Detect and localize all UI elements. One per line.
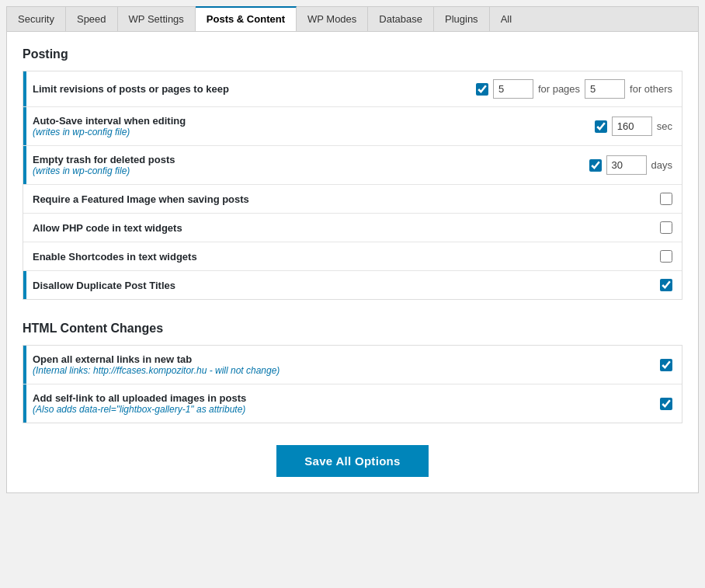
html-content-section-body: Open all external links in new tab(Inter… (23, 345, 682, 423)
setting-row-require-featured-image: Require a Featured Image when saving pos… (23, 185, 682, 214)
setting-label-limit-revisions: Limit revisions of posts or pages to kee… (33, 83, 476, 95)
checkbox-autosave-interval[interactable] (595, 120, 607, 133)
sub-label-open-external-links: (Internal links: http://ffcases.kompozit… (33, 365, 651, 376)
controls-open-external-links (660, 359, 672, 371)
html-content-section: HTML Content Changes Open all external l… (23, 322, 682, 423)
setting-row-add-self-link: Add self-link to all uploaded images in … (23, 384, 682, 423)
checkbox-add-self-link[interactable] (660, 398, 672, 410)
checkbox-limit-revisions[interactable] (476, 83, 488, 96)
setting-label-add-self-link: Add self-link to all uploaded images in … (33, 392, 660, 415)
label-text-enable-shortcodes: Enable Shortcodes in text widgets (33, 251, 197, 263)
setting-row-enable-shortcodes: Enable Shortcodes in text widgets (23, 242, 682, 271)
setting-label-allow-php-code: Allow PHP code in text widgets (33, 222, 660, 234)
label-text-limit-revisions: Limit revisions of posts or pages to kee… (33, 83, 229, 95)
setting-row-empty-trash: Empty trash for deleted posts(writes in … (23, 146, 682, 185)
label-text-require-featured-image: Require a Featured Image when saving pos… (33, 193, 249, 205)
checkbox-allow-php-code[interactable] (660, 221, 672, 234)
tab-security[interactable]: Security (7, 7, 66, 31)
input1-empty-trash[interactable] (606, 155, 647, 175)
posting-section: Posting Limit revisions of posts or page… (23, 47, 682, 300)
label-text-allow-php-code: Allow PHP code in text widgets (33, 222, 182, 234)
setting-row-limit-revisions: Limit revisions of posts or pages to kee… (23, 71, 682, 107)
setting-label-require-featured-image: Require a Featured Image when saving pos… (33, 193, 660, 205)
label-text-open-external-links: Open all external links in new tab (33, 353, 192, 365)
tab-posts---content[interactable]: Posts & Content (196, 6, 297, 31)
setting-row-autosave-interval: Auto-Save interval when editing(writes i… (23, 107, 682, 146)
tab-all[interactable]: All (490, 7, 523, 31)
setting-label-disallow-duplicate-titles: Disallow Duplicate Post Titles (33, 280, 660, 291)
setting-label-autosave-interval: Auto-Save interval when editing(writes i… (33, 115, 595, 137)
content-area: Posting Limit revisions of posts or page… (6, 31, 699, 493)
controls-autosave-interval: sec (595, 117, 672, 136)
posting-section-title: Posting (23, 47, 682, 61)
setting-label-enable-shortcodes: Enable Shortcodes in text widgets (33, 251, 660, 263)
controls-enable-shortcodes (660, 250, 672, 263)
checkbox-open-external-links[interactable] (660, 359, 672, 371)
tab-database[interactable]: Database (368, 7, 434, 31)
checkbox-enable-shortcodes[interactable] (660, 250, 672, 263)
label-text-add-self-link: Add self-link to all uploaded images in … (33, 392, 246, 404)
controls-require-featured-image (660, 193, 672, 205)
suffix1-empty-trash: days (651, 159, 672, 171)
controls-allow-php-code (660, 221, 672, 234)
controls-limit-revisions: for pagesfor others (476, 79, 672, 99)
save-all-button[interactable]: Save All Options (276, 445, 428, 477)
input2-limit-revisions[interactable] (585, 79, 625, 99)
sub-label-add-self-link: (Also adds data-rel="lightbox-gallery-1"… (33, 404, 651, 415)
label-text-autosave-interval: Auto-Save interval when editing (33, 115, 186, 127)
controls-add-self-link (660, 398, 672, 410)
controls-empty-trash: days (589, 155, 672, 175)
tab-wp-modes[interactable]: WP Modes (297, 7, 368, 31)
sub-label-autosave-interval: (writes in wp-config file) (33, 127, 585, 137)
input1-autosave-interval[interactable] (612, 117, 652, 136)
setting-label-open-external-links: Open all external links in new tab(Inter… (33, 353, 660, 376)
label-text-disallow-duplicate-titles: Disallow Duplicate Post Titles (33, 280, 175, 291)
tab-wp-settings[interactable]: WP Settings (118, 7, 196, 31)
setting-row-disallow-duplicate-titles: Disallow Duplicate Post Titles (23, 271, 682, 299)
posting-section-body: Limit revisions of posts or pages to kee… (23, 71, 682, 300)
suffix1-autosave-interval: sec (657, 120, 672, 132)
input1-limit-revisions[interactable] (493, 79, 533, 99)
checkbox-require-featured-image[interactable] (660, 193, 672, 205)
checkbox-disallow-duplicate-titles[interactable] (660, 279, 672, 291)
suffix1-limit-revisions: for pages (538, 83, 580, 95)
setting-label-empty-trash: Empty trash for deleted posts(writes in … (33, 154, 589, 176)
page-wrapper: SecuritySpeedWP SettingsPosts & ContentW… (0, 0, 705, 588)
save-button-wrapper: Save All Options (23, 445, 682, 477)
setting-row-allow-php-code: Allow PHP code in text widgets (23, 214, 682, 242)
checkbox-empty-trash[interactable] (589, 159, 602, 172)
tab-speed[interactable]: Speed (66, 7, 118, 31)
html-content-section-title: HTML Content Changes (23, 322, 682, 336)
tabs-bar: SecuritySpeedWP SettingsPosts & ContentW… (6, 6, 699, 31)
tab-plugins[interactable]: Plugins (434, 7, 490, 31)
sub-label-empty-trash: (writes in wp-config file) (33, 165, 580, 176)
suffix2-limit-revisions: for others (630, 83, 672, 95)
controls-disallow-duplicate-titles (660, 279, 672, 291)
setting-row-open-external-links: Open all external links in new tab(Inter… (23, 346, 682, 384)
label-text-empty-trash: Empty trash for deleted posts (33, 154, 175, 165)
